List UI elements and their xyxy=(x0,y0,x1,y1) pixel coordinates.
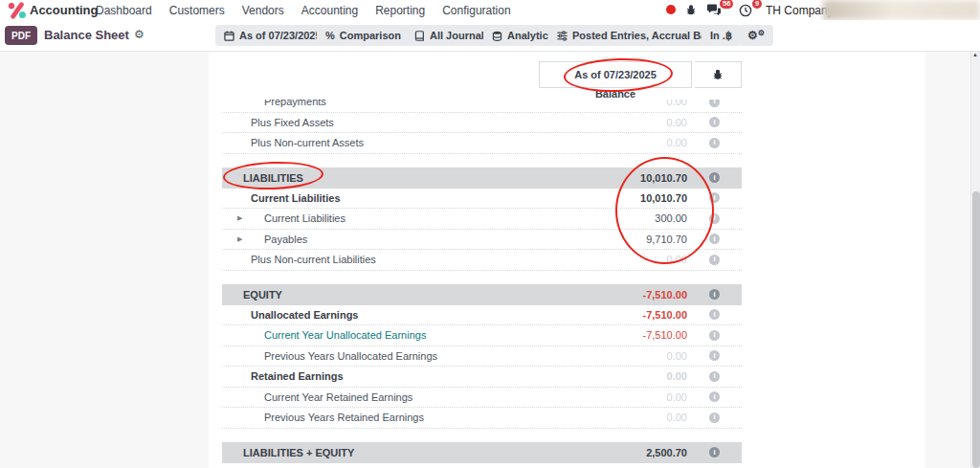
row-value: 10,010.70 xyxy=(524,192,687,204)
user-avatar[interactable] xyxy=(823,0,980,20)
row-value: -7,510.00 xyxy=(524,289,687,301)
caret-right-icon[interactable]: ▶ xyxy=(237,214,242,222)
report-row[interactable]: ▶Payables9,710.70i xyxy=(222,230,742,251)
row-label: EQUITY xyxy=(222,289,524,301)
row-label: Payables xyxy=(222,234,524,245)
comparison-filter-button[interactable]: % Comparison xyxy=(317,25,410,46)
currency-filter-button[interactable]: In .฿ xyxy=(702,25,741,46)
menu-customers[interactable]: Customers xyxy=(169,4,225,17)
row-value: 10,010.70 xyxy=(524,172,687,184)
row-value: 0.00 xyxy=(524,412,687,423)
percent-icon: % xyxy=(325,30,335,41)
report-row[interactable]: Current Year Unallocated Earnings-7,510.… xyxy=(222,325,742,346)
calendar-icon xyxy=(224,31,234,41)
row-label[interactable]: Current Year Unallocated Earnings xyxy=(222,329,524,341)
row-label: Plus Non-current Assets xyxy=(222,137,524,148)
app-name[interactable]: Accounting xyxy=(30,3,99,17)
info-icon[interactable]: i xyxy=(709,391,720,402)
vertical-scrollbar[interactable]: ▲ xyxy=(970,51,980,468)
caret-right-icon[interactable]: ▶ xyxy=(237,235,242,243)
info-cell: i xyxy=(687,172,742,183)
menu-dashboard[interactable]: Dashboard xyxy=(96,4,152,17)
report-row: LIABILITIES10,010.70i xyxy=(222,167,742,189)
analytic-filter-button[interactable]: Analytic xyxy=(483,25,557,46)
info-icon[interactable]: i xyxy=(709,350,720,361)
info-icon[interactable]: i xyxy=(709,234,720,244)
report-column-header: As of 07/23/2025 Balance xyxy=(209,51,925,100)
menu-reporting[interactable]: Reporting xyxy=(375,4,425,17)
info-cell: i xyxy=(687,371,742,382)
report-sheet: Prepayments0.00iPlus Fixed Assets0.00iPl… xyxy=(209,51,925,468)
report-row[interactable]: ▶Current Liabilities300.00i xyxy=(222,209,742,230)
row-value: 0.00 xyxy=(524,137,687,148)
column-header-date[interactable]: As of 07/23/2025 xyxy=(539,61,692,88)
report-row: Previous Years Retained Earnings0.00i xyxy=(222,408,742,429)
currency-filter-label: In .฿ xyxy=(710,30,732,42)
analytic-filter-label: Analytic xyxy=(507,30,548,41)
sliders-icon xyxy=(557,31,568,41)
extra-options-button[interactable]: ⚙⚙ xyxy=(739,25,773,46)
row-value: 0.00 xyxy=(524,117,687,128)
info-cell: i xyxy=(687,412,742,423)
clock-icon[interactable] xyxy=(739,4,752,17)
odoo-accounting-logo-icon[interactable] xyxy=(8,2,27,19)
info-icon[interactable]: i xyxy=(709,255,720,265)
info-cell: i xyxy=(687,289,742,300)
row-label: Plus Fixed Assets xyxy=(222,117,524,128)
menu-configuration[interactable]: Configuration xyxy=(442,4,510,17)
info-icon[interactable]: i xyxy=(709,330,720,341)
info-cell: i xyxy=(687,192,742,203)
row-label: Current Liabilities xyxy=(222,212,524,224)
info-icon[interactable]: i xyxy=(709,192,720,203)
report-toolbar: PDF Balance Sheet ⚙ As of 07/23/2025 % C… xyxy=(0,20,980,52)
cogs-icon: ⚙⚙ xyxy=(747,30,765,41)
date-filter-label: As of 07/23/2025 xyxy=(239,30,322,41)
info-icon[interactable]: i xyxy=(709,412,720,423)
row-label: LIABILITIES + EQUITY xyxy=(222,447,524,458)
report-row: Plus Non-current Liabilities0.00i xyxy=(222,250,742,271)
row-value: -7,510.00 xyxy=(524,329,687,341)
row-label: Unallocated Earnings xyxy=(222,309,524,321)
scroll-up-arrow-icon[interactable]: ▲ xyxy=(972,52,978,57)
row-value: 2,500.70 xyxy=(524,447,687,458)
row-value: 0.00 xyxy=(524,391,687,403)
bug-icon[interactable] xyxy=(685,4,697,16)
row-value: 0.00 xyxy=(524,350,687,362)
date-filter-button[interactable]: As of 07/23/2025 xyxy=(215,25,330,46)
top-nav-bar: Accounting Dashboard Customers Vendors A… xyxy=(0,0,980,20)
column-header-audit-cell[interactable] xyxy=(695,61,742,88)
info-cell: i xyxy=(687,447,742,457)
info-cell: i xyxy=(687,213,742,224)
info-icon[interactable]: i xyxy=(709,447,720,457)
menu-vendors[interactable]: Vendors xyxy=(242,4,284,17)
info-cell: i xyxy=(687,234,742,244)
database-icon xyxy=(492,31,502,41)
info-icon[interactable]: i xyxy=(709,172,720,183)
report-table: Prepayments0.00iPlus Fixed Assets0.00iPl… xyxy=(222,92,742,463)
report-row: EQUITY-7,510.00i xyxy=(222,284,742,305)
row-value: 9,710.70 xyxy=(524,234,687,245)
gear-icon[interactable]: ⚙ xyxy=(134,28,145,41)
info-cell: i xyxy=(687,350,742,361)
info-icon[interactable]: i xyxy=(709,289,720,300)
pdf-button[interactable]: PDF xyxy=(5,26,37,45)
report-row: Previous Years Unallocated Earnings0.00i xyxy=(222,346,742,368)
menu-accounting[interactable]: Accounting xyxy=(301,4,358,17)
report-content-area: Prepayments0.00iPlus Fixed Assets0.00iPl… xyxy=(0,51,980,468)
report-row: Retained Earnings0.00i xyxy=(222,367,742,388)
report-row: Current Liabilities10,010.70i xyxy=(222,189,742,210)
info-icon[interactable]: i xyxy=(709,371,720,382)
row-label: Plus Non-current Liabilities xyxy=(222,254,524,265)
bug-icon xyxy=(712,69,724,80)
report-row: LIABILITIES + EQUITY2,500.70i xyxy=(222,442,742,463)
report-row: Current Year Retained Earnings0.00i xyxy=(222,388,742,409)
info-icon[interactable]: i xyxy=(709,309,720,320)
row-value: 0.00 xyxy=(524,370,687,382)
row-label: Current Liabilities xyxy=(222,192,524,204)
scrollbar-thumb[interactable] xyxy=(972,191,980,468)
row-label: LIABILITIES xyxy=(222,172,524,184)
row-label: Previous Years Retained Earnings xyxy=(222,412,524,423)
info-icon[interactable]: i xyxy=(709,117,720,127)
info-icon[interactable]: i xyxy=(709,138,720,148)
info-icon[interactable]: i xyxy=(709,213,720,224)
